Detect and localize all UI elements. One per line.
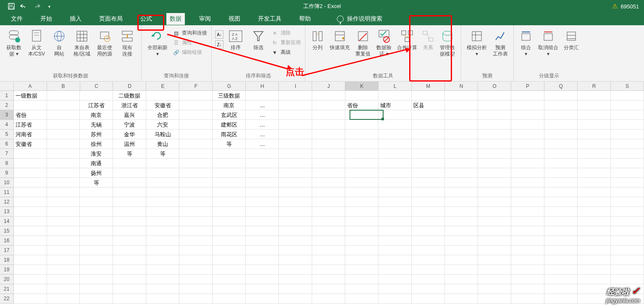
cell-F16[interactable] [179,236,213,246]
cell-E2[interactable]: 安徽省 [146,101,179,110]
cell-O12[interactable] [478,197,511,207]
cell-H19[interactable] [246,265,279,275]
cell-K7[interactable] [345,149,379,159]
cell-F20[interactable] [179,275,213,284]
cell-S9[interactable] [611,168,644,178]
cell-O16[interactable] [478,236,511,246]
cell-K18[interactable] [345,255,379,265]
cell-R6[interactable] [578,139,611,149]
cell-A18[interactable] [14,255,47,265]
cell-J14[interactable] [312,217,345,226]
tab-help[interactable]: 帮助 [296,13,314,25]
row-header-14[interactable]: 14 [0,217,14,226]
cell-C4[interactable]: 无锡 [80,120,113,130]
row-header-3[interactable]: 3 [0,110,14,120]
cell-I13[interactable] [279,207,312,217]
cell-D3[interactable]: 嘉兴 [113,110,146,120]
cell-R3[interactable] [578,110,611,120]
cell-R12[interactable] [578,197,611,207]
cell-P17[interactable] [511,246,544,255]
cell-P3[interactable] [511,110,544,120]
cell-B10[interactable] [47,178,80,188]
row-header-17[interactable]: 17 [0,246,14,255]
cell-K4[interactable] [345,120,379,130]
cell-N11[interactable] [445,188,478,197]
cell-I12[interactable] [279,197,312,207]
cell-E18[interactable] [146,255,179,265]
cell-B6[interactable] [47,139,80,149]
cell-J20[interactable] [312,275,345,284]
col-header-E[interactable]: E [146,82,179,91]
cell-F9[interactable] [179,168,213,178]
cell-I18[interactable] [279,255,312,265]
cell-D21[interactable] [113,284,146,294]
cell-L8[interactable] [379,159,412,168]
ungroup-button[interactable]: 取消组合 ▾ [536,27,561,57]
cell-P14[interactable] [511,217,544,226]
remove-duplicates-button[interactable]: 删除 重复值 [352,27,373,57]
cell-Q19[interactable] [544,265,578,275]
cell-J12[interactable] [312,197,345,207]
cell-I3[interactable] [279,110,312,120]
cell-H15[interactable] [246,226,279,236]
cell-B19[interactable] [47,265,80,275]
cell-L13[interactable] [379,207,412,217]
data-model-button[interactable]: 管理数 据模型 [436,27,458,57]
cell-G6[interactable]: 等 [213,139,246,149]
cell-K12[interactable] [345,197,379,207]
cell-F17[interactable] [179,246,213,255]
cell-C10[interactable]: 等 [80,178,113,188]
cell-B3[interactable] [47,110,80,120]
cell-N18[interactable] [445,255,478,265]
cell-M18[interactable] [412,255,445,265]
cell-M6[interactable] [412,139,445,149]
col-header-P[interactable]: P [511,82,544,91]
col-header-L[interactable]: L [379,82,412,91]
cell-O2[interactable] [478,101,511,110]
sort-button[interactable]: Z AA Z排序 [224,27,247,51]
cell-P15[interactable] [511,226,544,236]
cell-K17[interactable] [345,246,379,255]
cell-A2[interactable] [14,101,47,110]
cell-F7[interactable] [179,149,213,159]
cell-E10[interactable] [146,178,179,188]
cell-D4[interactable]: 宁波 [113,120,146,130]
cell-I9[interactable] [279,168,312,178]
cell-S1[interactable] [611,91,644,101]
cell-G2[interactable]: 南京 [213,101,246,110]
cell-E13[interactable] [146,207,179,217]
cell-R10[interactable] [578,178,611,188]
cell-G8[interactable] [213,159,246,168]
cell-H3[interactable]: … [246,110,279,120]
cell-D1[interactable]: 二级数据 [113,91,146,101]
cell-E4[interactable]: 六安 [146,120,179,130]
cell-S4[interactable] [611,120,644,130]
cell-H20[interactable] [246,275,279,284]
cell-I21[interactable] [279,284,312,294]
cell-K8[interactable] [345,159,379,168]
cell-Q2[interactable] [544,101,578,110]
cell-G13[interactable] [213,207,246,217]
cell-L15[interactable] [379,226,412,236]
cell-L7[interactable] [379,149,412,159]
cell-H13[interactable] [246,207,279,217]
cell-B9[interactable] [47,168,80,178]
cell-A3[interactable]: 省份 [14,110,47,120]
cell-B7[interactable] [47,149,80,159]
row-header-15[interactable]: 15 [0,226,14,236]
cell-M4[interactable] [412,120,445,130]
cell-L21[interactable] [379,284,412,294]
cell-J9[interactable] [312,168,345,178]
cell-S12[interactable] [611,197,644,207]
cell-Q22[interactable] [544,294,578,304]
cell-Q1[interactable] [544,91,578,101]
undo-icon[interactable] [20,3,28,10]
cell-E20[interactable] [146,275,179,284]
cell-N5[interactable] [445,130,478,139]
cell-K19[interactable] [345,265,379,275]
cell-E14[interactable] [146,217,179,226]
cell-N19[interactable] [445,265,478,275]
cell-S3[interactable] [611,110,644,120]
cell-L17[interactable] [379,246,412,255]
cell-C13[interactable] [80,207,113,217]
